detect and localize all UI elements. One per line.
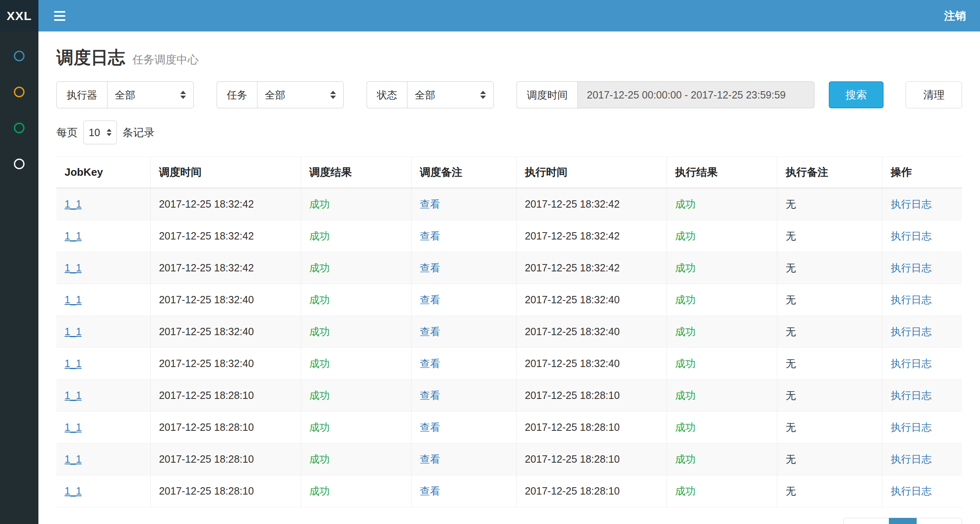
jobkey-link[interactable]: 1_1 xyxy=(65,485,82,497)
trigger-result: 成功 xyxy=(309,485,330,497)
handle-msg: 无 xyxy=(785,198,796,210)
trigger-result-cell: 成功 xyxy=(301,380,411,412)
exec-log-link[interactable]: 执行日志 xyxy=(891,198,931,210)
trigger-time: 2017-12-25 18:28:10 xyxy=(159,453,254,465)
exec-log-link[interactable]: 执行日志 xyxy=(891,326,931,337)
filter-bar: 执行器 全部 任务 全部 状态 全部 xyxy=(56,81,962,108)
trigger-result: 成功 xyxy=(309,294,330,305)
app-logo[interactable]: XXL xyxy=(0,0,38,31)
column-header: 执行备注 xyxy=(777,157,882,188)
handle-result: 成功 xyxy=(675,326,696,337)
prev-page-button[interactable]: 上页 xyxy=(844,518,889,524)
trigger-msg-link[interactable]: 查看 xyxy=(420,453,440,465)
top-navbar: XXL 注销 xyxy=(0,0,980,31)
job-select[interactable]: 全部 xyxy=(257,81,344,108)
trigger-result-cell: 成功 xyxy=(301,252,411,284)
circle-outline-icon xyxy=(14,51,25,61)
trigger-msg-link[interactable]: 查看 xyxy=(420,421,440,433)
page-size-select[interactable]: 10 xyxy=(83,121,117,144)
column-header: 调度备注 xyxy=(412,157,517,188)
jobkey-link[interactable]: 1_1 xyxy=(65,326,82,337)
handle-result-cell: 成功 xyxy=(667,348,777,380)
executor-select[interactable]: 全部 xyxy=(107,81,194,108)
page-header: 调度日志 任务调度中心 xyxy=(56,46,962,69)
sidebar-toggle-icon[interactable] xyxy=(52,9,67,23)
exec-log-link-cell: 执行日志 xyxy=(882,284,962,316)
trigger-msg-link[interactable]: 查看 xyxy=(420,390,440,401)
handle-msg: 无 xyxy=(785,262,796,273)
handle-time: 2017-12-25 18:32:42 xyxy=(525,198,620,210)
jobkey-link[interactable]: 1_1 xyxy=(65,453,82,465)
handle-time-cell: 2017-12-25 18:32:40 xyxy=(517,348,667,380)
job-select-value: 全部 xyxy=(265,88,285,102)
handle-msg: 无 xyxy=(785,326,796,337)
exec-log-link[interactable]: 执行日志 xyxy=(891,262,931,273)
column-header: JobKey xyxy=(56,157,150,188)
app-root: XXL 注销 调度日志 任务调度中心 执行器 全部 任务 xyxy=(0,0,980,524)
status-select-value: 全部 xyxy=(415,88,435,102)
table-row: 1_12017-12-25 18:32:40成功查看2017-12-25 18:… xyxy=(56,284,962,316)
jobkey-link[interactable]: 1_1 xyxy=(65,198,82,210)
trigger-msg-link[interactable]: 查看 xyxy=(420,485,440,497)
trigger-msg-link-cell: 查看 xyxy=(412,220,517,252)
select-arrows-icon xyxy=(180,91,186,99)
current-page-button[interactable]: 1 xyxy=(889,518,917,524)
trigger-result: 成功 xyxy=(309,230,330,242)
handle-result: 成功 xyxy=(675,230,696,242)
search-button[interactable]: 搜索 xyxy=(829,81,884,108)
exec-log-link[interactable]: 执行日志 xyxy=(891,390,931,401)
trigger-msg-link[interactable]: 查看 xyxy=(420,230,440,242)
logout-link[interactable]: 注销 xyxy=(944,9,966,23)
jobkey-link[interactable]: 1_1 xyxy=(65,358,82,369)
trigger-result: 成功 xyxy=(309,358,330,369)
clear-button[interactable]: 清理 xyxy=(906,81,962,108)
jobkey-link[interactable]: 1_1 xyxy=(65,262,82,273)
trigger-result: 成功 xyxy=(309,421,330,433)
sidebar-item-2[interactable] xyxy=(0,74,38,110)
circle-outline-icon xyxy=(14,159,25,169)
trigger-time-cell: 2017-12-25 18:28:10 xyxy=(150,380,301,412)
exec-log-link[interactable]: 执行日志 xyxy=(891,358,931,369)
exec-log-link[interactable]: 执行日志 xyxy=(891,230,931,242)
trigger-result: 成功 xyxy=(309,390,330,401)
trigger-msg-link[interactable]: 查看 xyxy=(420,326,440,337)
jobkey-link[interactable]: 1_1 xyxy=(65,421,82,433)
table-row: 1_12017-12-25 18:28:10成功查看2017-12-25 18:… xyxy=(56,380,962,412)
trigger-time: 2017-12-25 18:28:10 xyxy=(159,485,254,497)
next-page-button[interactable]: 下页 xyxy=(916,518,962,524)
trigger-msg-link[interactable]: 查看 xyxy=(420,262,440,273)
table-row: 1_12017-12-25 18:32:40成功查看2017-12-25 18:… xyxy=(56,316,962,348)
trigger-msg-link[interactable]: 查看 xyxy=(420,358,440,369)
column-header: 操作 xyxy=(882,157,962,188)
exec-log-link[interactable]: 执行日志 xyxy=(891,485,931,497)
trigger-msg-link[interactable]: 查看 xyxy=(420,294,440,305)
sidebar-item-3[interactable] xyxy=(0,110,38,146)
jobkey-link-cell: 1_1 xyxy=(56,380,150,412)
jobkey-link[interactable]: 1_1 xyxy=(65,294,82,305)
status-select[interactable]: 全部 xyxy=(407,81,494,108)
jobkey-link[interactable]: 1_1 xyxy=(65,230,82,242)
handle-msg-cell: 无 xyxy=(777,475,882,507)
handle-time: 2017-12-25 18:32:42 xyxy=(525,262,620,273)
jobkey-link[interactable]: 1_1 xyxy=(65,390,82,401)
handle-time: 2017-12-25 18:28:10 xyxy=(525,421,620,433)
handle-msg-cell: 无 xyxy=(777,220,882,252)
jobkey-link-cell: 1_1 xyxy=(56,188,150,220)
trigger-time-cell: 2017-12-25 18:28:10 xyxy=(150,443,301,475)
trigger-time: 2017-12-25 18:32:42 xyxy=(159,262,254,273)
exec-log-link[interactable]: 执行日志 xyxy=(891,294,931,305)
sidebar-item-4[interactable] xyxy=(0,146,38,182)
handle-time: 2017-12-25 18:28:10 xyxy=(525,453,620,465)
trigger-result-cell: 成功 xyxy=(301,284,411,316)
exec-log-link[interactable]: 执行日志 xyxy=(891,453,931,465)
trigger-time-cell: 2017-12-25 18:32:40 xyxy=(150,284,301,316)
time-range-input[interactable] xyxy=(577,81,814,108)
jobkey-link-cell: 1_1 xyxy=(56,348,150,380)
sidebar-item-1[interactable] xyxy=(0,38,38,74)
circle-outline-icon xyxy=(14,123,25,133)
log-table-body: 1_12017-12-25 18:32:42成功查看2017-12-25 18:… xyxy=(56,188,962,507)
handle-result: 成功 xyxy=(675,198,696,210)
handle-msg: 无 xyxy=(785,453,796,465)
exec-log-link[interactable]: 执行日志 xyxy=(891,421,931,433)
trigger-msg-link[interactable]: 查看 xyxy=(420,198,440,210)
